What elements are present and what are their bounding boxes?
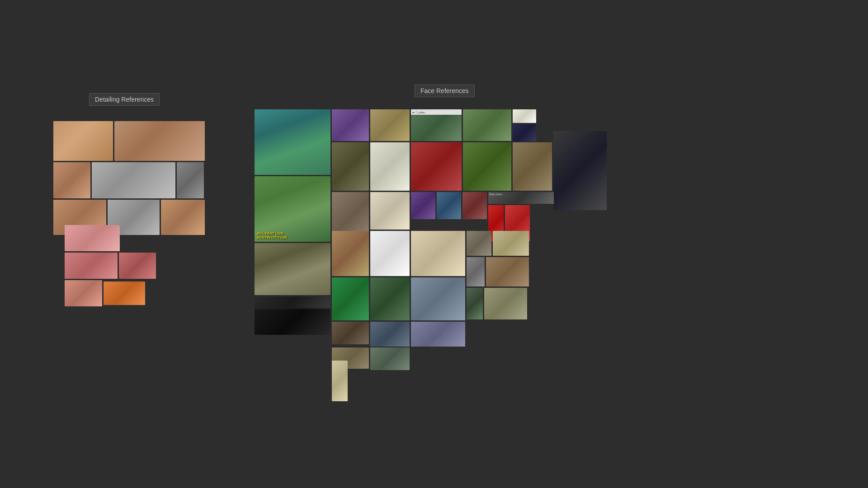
lip-img-4[interactable] — [65, 280, 102, 306]
face-img-r4-1[interactable] — [332, 277, 369, 320]
face-img-sm-1[interactable] — [467, 231, 491, 256]
face-img-figure[interactable] — [332, 361, 348, 401]
lip-img-3[interactable] — [119, 253, 156, 279]
face-img-r1-3[interactable]: ⬅ 🔍 billie... — [411, 109, 462, 141]
face-img-r4-5[interactable] — [486, 257, 529, 286]
lip-img-2[interactable] — [65, 253, 118, 279]
face-img-r3-5[interactable] — [462, 192, 487, 219]
face-img-sketch[interactable] — [370, 231, 410, 276]
face-img-r1-6[interactable] — [513, 124, 536, 141]
face-references-label: Face References — [415, 84, 475, 97]
face-img-main-1[interactable] — [255, 109, 330, 175]
face-img-strip-1[interactable] — [255, 296, 330, 308]
lip-collage — [65, 225, 160, 309]
face-img-r1-4[interactable] — [463, 109, 511, 141]
face-img-far-right[interactable] — [553, 131, 607, 210]
face-img-r3-6[interactable]: Billie Eilish... — [488, 192, 554, 204]
detailing-img-5[interactable] — [177, 162, 204, 198]
face-img-r2-1[interactable] — [332, 142, 369, 191]
face-img-r3-2[interactable] — [370, 192, 410, 230]
face-img-r3-9[interactable] — [332, 231, 369, 276]
face-img-r5-3[interactable] — [411, 322, 465, 347]
face-img-r4-4[interactable] — [467, 257, 485, 286]
face-img-r2-2[interactable] — [370, 142, 410, 191]
face-img-btm-2[interactable] — [370, 347, 410, 370]
detailing-references-label: Detailing References — [89, 93, 160, 106]
face-img-r5-5[interactable] — [484, 288, 527, 319]
face-img-main-2[interactable]: ACL FEST LIVEAUSTIN CITY LIM — [255, 176, 330, 242]
face-img-r1-2[interactable] — [370, 109, 410, 141]
detailing-img-8[interactable] — [161, 200, 205, 235]
detailing-img-4[interactable] — [92, 162, 175, 198]
lip-img-1[interactable] — [65, 225, 120, 251]
face-img-r2-3[interactable] — [411, 142, 462, 191]
lip-img-5[interactable] — [104, 282, 145, 305]
face-img-r4-3[interactable] — [411, 277, 465, 320]
face-img-r4-2[interactable] — [370, 277, 410, 320]
face-img-r2-5[interactable] — [513, 142, 552, 191]
face-img-r5-2[interactable] — [370, 322, 410, 347]
face-img-r2-4[interactable] — [463, 142, 511, 191]
face-img-r1-5[interactable] — [513, 109, 536, 123]
detailing-img-3[interactable] — [53, 162, 90, 198]
face-img-r3-3[interactable] — [411, 192, 435, 219]
face-img-r5-1[interactable] — [332, 322, 369, 344]
face-img-jewelry[interactable] — [411, 231, 465, 276]
face-img-main-3[interactable] — [255, 243, 330, 295]
face-img-strip-2[interactable] — [255, 309, 330, 335]
detailing-img-1[interactable] — [53, 121, 113, 161]
detailing-collage — [53, 121, 221, 239]
face-img-r5-4[interactable] — [467, 288, 483, 319]
detailing-img-2[interactable] — [114, 121, 205, 161]
face-img-r3-4[interactable] — [437, 192, 461, 219]
face-img-r1-1[interactable] — [332, 109, 369, 141]
face-img-sm-2[interactable] — [493, 231, 529, 256]
